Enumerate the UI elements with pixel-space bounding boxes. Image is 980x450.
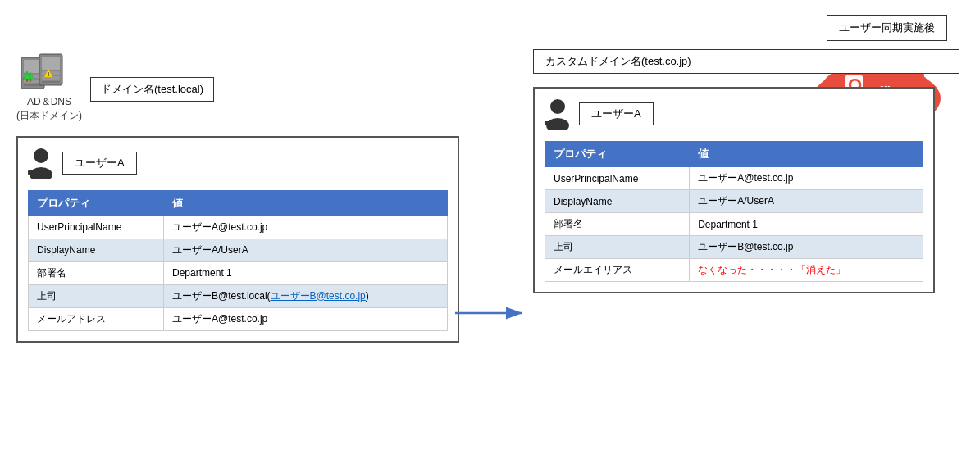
svg-point-25: [34, 148, 48, 163]
left-section: ! AD＆DNS(日本ドメイン) ドメイン名(test.local): [16, 49, 476, 343]
table-row: 上司ユーザーB@test.local(ユーザーB@test.co.jp): [29, 284, 448, 307]
left-user-header: ユーザーA: [28, 148, 448, 179]
right-col-property: プロパティ: [545, 142, 690, 167]
table-row: 部署名Department 1: [29, 261, 448, 284]
value-cell: ユーザーA@test.co.jp: [164, 307, 448, 330]
svg-rect-32: [545, 121, 553, 125]
property-cell: 上司: [29, 284, 164, 307]
link-value[interactable]: ユーザーB@test.co.jp: [271, 290, 366, 302]
value-cell: ユーザーA@test.co.jp: [164, 216, 448, 239]
svg-rect-18: [42, 81, 60, 83]
server-svg-icon: !: [20, 49, 79, 93]
svg-rect-20: [30, 80, 31, 82]
property-cell: DisplayName: [545, 190, 690, 213]
svg-rect-24: [26, 79, 28, 82]
left-user-icon: [28, 148, 54, 179]
property-cell: 部署名: [29, 261, 164, 284]
value-cell: ユーザーA/UserA: [164, 239, 448, 261]
server-icons: ! AD＆DNS(日本ドメイン): [16, 49, 82, 123]
arrow-container: [455, 303, 529, 323]
table-row: メールエイリアスなくなった・・・・・「消えた」: [545, 259, 923, 282]
custom-domain-box: カスタムドメイン名(test.co.jp): [533, 49, 959, 74]
left-user-box: ユーザーA プロパティ 値 UserPrincipalNameユーザーA@tes…: [16, 136, 459, 343]
right-col-value: 値: [690, 142, 923, 167]
arrow-icon: [455, 303, 529, 323]
value-cell: なくなった・・・・・「消えた」: [690, 259, 923, 282]
left-domain-box: ドメイン名(test.local): [90, 77, 214, 102]
right-table-header-row: プロパティ 値: [545, 142, 923, 167]
table-row: 部署名Department 1: [545, 213, 923, 236]
property-cell: メールアドレス: [29, 307, 164, 330]
table-row: DisplayNameユーザーA/UserA: [545, 190, 923, 213]
sync-label: ユーザー同期実施後: [827, 15, 947, 41]
property-cell: メールエイリアス: [545, 259, 690, 282]
value-cell: Department 1: [164, 261, 448, 284]
main-container: ユーザー同期実施後 O Office 365: [0, 0, 980, 450]
left-table-header-row: プロパティ 値: [29, 190, 448, 216]
right-user-icon: [545, 98, 571, 130]
property-cell: UserPrincipalName: [545, 167, 690, 190]
svg-point-30: [550, 99, 565, 114]
table-row: 上司ユーザーB@test.co.jp: [545, 236, 923, 259]
right-section: カスタムドメイン名(test.co.jp) ユーザーA プロパティ 値: [533, 49, 959, 293]
right-top-area: カスタムドメイン名(test.co.jp): [533, 49, 959, 74]
value-cell: ユーザーB@test.co.jp: [690, 236, 923, 259]
value-cell: ユーザーA/UserA: [690, 190, 923, 213]
svg-text:!: !: [48, 71, 49, 77]
left-col-value: 値: [164, 190, 448, 216]
value-cell: ユーザーB@test.local(ユーザーB@test.co.jp): [164, 284, 448, 307]
table-row: UserPrincipalNameユーザーA@test.co.jp: [545, 167, 923, 190]
table-row: メールアドレスユーザーA@test.co.jp: [29, 307, 448, 330]
right-user-box: ユーザーA プロパティ 値 UserPrincipalNameユーザーA@tes…: [533, 87, 935, 293]
ad-dns-label: AD＆DNS(日本ドメイン): [16, 95, 82, 123]
svg-rect-27: [28, 170, 36, 175]
property-cell: UserPrincipalName: [29, 216, 164, 239]
svg-rect-15: [42, 57, 60, 70]
value-cell: ユーザーA@test.co.jp: [690, 167, 923, 190]
right-user-label: ユーザーA: [579, 102, 654, 125]
ad-dns-area: ! AD＆DNS(日本ドメイン) ドメイン名(test.local): [16, 49, 476, 123]
right-table: プロパティ 値 UserPrincipalNameユーザーA@test.co.j…: [545, 141, 923, 282]
table-row: DisplayNameユーザーA/UserA: [29, 239, 448, 261]
value-cell: Department 1: [690, 213, 923, 236]
property-cell: DisplayName: [29, 239, 164, 261]
property-cell: 部署名: [545, 213, 690, 236]
right-user-header: ユーザーA: [545, 98, 923, 130]
property-cell: 上司: [545, 236, 690, 259]
left-user-label: ユーザーA: [62, 152, 137, 175]
table-row: UserPrincipalNameユーザーA@test.co.jp: [29, 216, 448, 239]
left-col-property: プロパティ: [29, 190, 164, 216]
svg-rect-13: [24, 84, 42, 86]
left-table: プロパティ 値 UserPrincipalNameユーザーA@test.co.j…: [28, 190, 448, 331]
